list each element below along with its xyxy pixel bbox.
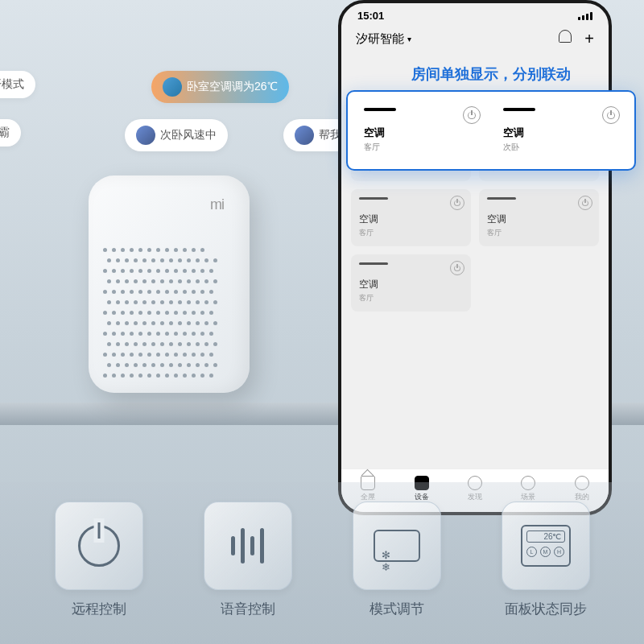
voice-icon (231, 528, 264, 564)
power-icon[interactable] (463, 106, 481, 124)
feature-row: 远程控制语音控制模式调节26℃LMH面板状态同步 (0, 482, 644, 644)
app-title-dropdown[interactable]: 汐研智能▾ (356, 31, 411, 47)
power-icon[interactable] (450, 196, 464, 210)
avatar-icon (163, 77, 182, 97)
feature-label: 远程控制 (72, 600, 126, 618)
device-icon (359, 262, 388, 265)
panel-icon: 26℃LMH (521, 525, 571, 567)
voice-bubble: 我开模式 (0, 71, 35, 98)
feature-icon-box (204, 502, 292, 590)
device-icon (359, 197, 388, 200)
device-room: 客厅 (364, 142, 479, 153)
feature-icon-box (55, 502, 143, 590)
power-icon[interactable] (450, 261, 464, 275)
device-card[interactable]: 空调客厅 (351, 254, 471, 312)
status-time: 15:01 (357, 10, 384, 22)
add-icon[interactable]: + (584, 30, 594, 48)
device-icon (487, 197, 516, 200)
avatar-icon (295, 126, 314, 145)
feature-icon-box: 26℃LMH (502, 502, 590, 590)
feature-label: 模式调节 (369, 600, 424, 618)
smart-speaker: mi (89, 175, 258, 409)
feature-label: 语音控制 (221, 600, 275, 618)
device-name: 空调 (359, 213, 463, 226)
callout-label: 房间单独显示，分别联动 (346, 64, 636, 84)
power-icon (78, 525, 120, 567)
voice-bubble: 卧室空调调为26℃ (151, 71, 289, 103)
power-icon[interactable] (578, 196, 592, 210)
device-room: 客厅 (359, 228, 463, 238)
feature-label: 面板状态同步 (505, 600, 587, 618)
power-icon[interactable] (602, 106, 620, 124)
device-name: 空调 (487, 213, 591, 226)
device-room: 次卧 (503, 142, 618, 153)
device-name: 空调 (364, 126, 479, 140)
device-room: 客厅 (487, 228, 591, 238)
voice-bubble: 浴霸 (0, 119, 21, 147)
device-card[interactable]: 空调客厅 (351, 189, 471, 246)
feature-item: 远程控制 (55, 502, 143, 618)
device-room: 客厅 (359, 293, 463, 303)
notifications-icon[interactable] (559, 30, 572, 43)
feature-item: 26℃LMH面板状态同步 (502, 502, 590, 618)
status-bar: 15:01 (341, 3, 609, 25)
device-name: 空调 (503, 126, 618, 140)
device-name: 空调 (359, 278, 463, 291)
callout-overlay: 房间单独显示，分别联动 空调客厅空调次卧 (346, 64, 636, 171)
feature-item: 模式调节 (353, 502, 441, 618)
voice-bubble: 次卧风速中 (125, 119, 228, 151)
app-header: 汐研智能▾ + (341, 25, 609, 56)
mode-icon (374, 530, 420, 562)
device-icon (364, 108, 396, 111)
feature-item: 语音控制 (204, 502, 292, 618)
avatar-icon (136, 126, 155, 145)
feature-icon-box (353, 502, 441, 590)
device-card[interactable]: 空调客厅 (479, 189, 599, 246)
signal-icon (578, 12, 592, 20)
device-card[interactable]: 空调次卧 (495, 100, 626, 161)
speaker-logo: mi (210, 196, 224, 213)
device-icon (503, 108, 535, 111)
device-card[interactable]: 空调客厅 (356, 100, 487, 161)
